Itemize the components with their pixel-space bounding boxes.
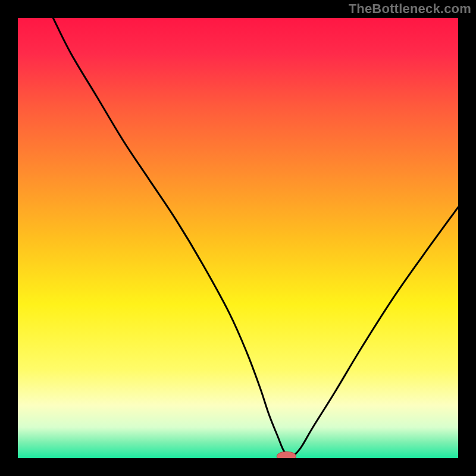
bottleneck-curve bbox=[53, 18, 458, 456]
plot-area bbox=[18, 18, 458, 458]
optimal-marker bbox=[277, 452, 296, 458]
curve-layer bbox=[18, 18, 458, 458]
watermark-text: TheBottleneck.com bbox=[349, 1, 471, 17]
chart-frame: TheBottleneck.com bbox=[0, 0, 476, 476]
